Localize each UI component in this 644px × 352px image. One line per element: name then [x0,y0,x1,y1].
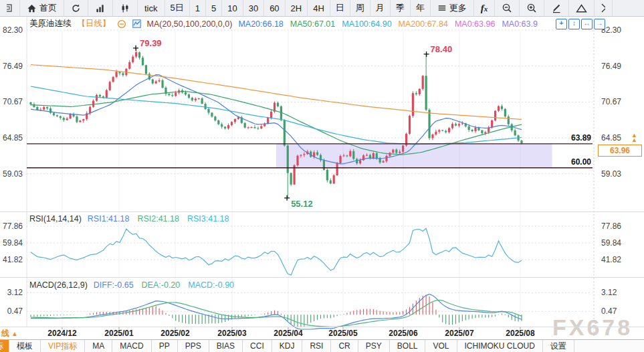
zoom-out-icon [502,3,512,13]
toolbar-button-back[interactable] [0,0,20,16]
period-mini-badge[interactable]: 线 ▲ [1,328,18,339]
zoom-in-icon [526,3,537,13]
x-axis-label: 2025/02 [160,329,189,338]
toolbar-button-day[interactable]: 日 [330,0,350,16]
toolbar-button-home[interactable]: 首页 [20,0,64,16]
toolbar-button-zoom-in[interactable] [520,0,544,16]
rsi-axis-tick: 77.86 [601,222,621,231]
chart-controls: +↕↔→ [556,19,605,29]
tab-ma[interactable]: MA [85,340,112,352]
tab-boll[interactable]: BOLL [390,340,426,352]
tab-partial[interactable]: 标 [0,340,9,352]
toolbar-button-draw[interactable] [544,0,569,16]
y-axis-tick: 76.49 [0,62,23,71]
toolbar-button-label: tick [144,3,158,13]
tab-kdj[interactable]: KDJ [272,340,303,352]
toolbar-button-label: 月 [376,2,385,14]
scale-y-icon[interactable]: ↕ [568,19,580,29]
back-icon [7,3,13,13]
ma-value: MA20:66.18 [238,19,283,29]
indicator-tab-bar: 标模板VIP指标MAMACDPPPPSBIASCCIKDJRSICRPSYBOL… [0,339,644,352]
tab-cci[interactable]: CCI [243,340,272,352]
y-axis-tick: 59.03 [601,169,621,179]
collapse-icon[interactable] [117,19,126,29]
x-axis-label: 2025/06 [389,329,417,338]
toolbar-button-label: 60 [270,3,279,13]
ma-value: MA0:63.96 [455,19,495,29]
tab-ichimoku-cloud[interactable]: ICHIMOKU CLOUD [457,340,543,352]
toolbar-button-label: 首页 [39,2,57,14]
rsi-value: RSI2:41.18 [137,214,179,224]
tab-rsi[interactable]: RSI [302,340,331,352]
toolbar-button-quarter[interactable]: 季 [391,0,411,16]
tab-cr[interactable]: CR [331,340,358,352]
toolbar-button-refresh[interactable] [64,0,88,16]
toolbar-button-2h[interactable]: 2H [286,0,308,16]
toolbar-button-shapes[interactable] [569,0,595,16]
main-chart-canvas[interactable] [0,0,644,352]
toolbar-button-1m[interactable]: 1 [190,0,206,16]
pane-separator [0,327,644,327]
x-axis-label: 2024/12 [47,329,76,338]
toolbar-button-5d[interactable]: 5日 [165,0,190,16]
price-annotation: 79.39 [140,38,162,48]
tab-模板[interactable]: 模板 [9,340,41,352]
tab-设置[interactable]: 设置 [543,340,574,352]
pan-icon[interactable]: + [556,19,567,29]
charting-app: 首页tick5日151030602H4H日周月季年更多fx FX678 美原油连… [0,0,644,352]
ma-value: MA0:63.9 [502,19,538,29]
toolbar-button-30m[interactable]: 30 [243,0,264,16]
triangle-icon [576,3,587,13]
bar-chart-icon [95,3,106,13]
toolbar-button-4h[interactable]: 4H [308,0,330,16]
latest-icon[interactable]: → [594,19,605,29]
toolbar-button-tick[interactable]: tick [138,0,165,16]
tab-bias[interactable]: BIAS [209,340,243,352]
home-icon [27,3,37,13]
toolbar-button-label: 更多 [449,2,467,14]
toolbar-button-chart-type-bar[interactable] [88,0,113,16]
mini-chart-icon[interactable] [132,19,141,28]
scale-x-icon[interactable]: ↔ [581,19,593,29]
toolbar-button-10m[interactable]: 10 [222,0,243,16]
macd-axis-tick: 3.12 [601,288,617,297]
fx-icon: fx [481,3,488,14]
y-axis-tick: 82.30 [0,25,23,35]
toolbar-button-chart-type-candle[interactable] [113,0,138,16]
toolbar-button-formula[interactable]: fx [474,0,496,16]
y-axis-tick: 64.85 [601,133,621,143]
macd-formula: MACD(26,12,9) [29,280,88,290]
y-axis-tick: 76.49 [601,62,621,71]
toolbar-button-month[interactable]: 月 [370,0,391,16]
toolbar-button-label: 周 [356,2,364,14]
tab-pps[interactable]: PPS [178,340,209,352]
pane-separator [0,211,644,212]
x-axis-label: 2025/01 [104,329,133,338]
y-axis-tick: 70.67 [601,97,621,106]
tab-pp[interactable]: PP [152,340,178,352]
y-axis-tick: 64.85 [0,133,23,143]
macd-value: DIFF:-0.65 [94,280,134,290]
toolbar-button-5m[interactable]: 5 [206,0,222,16]
toolbar-button-year[interactable]: 年 [411,0,431,16]
rsi-axis-tick: 41.82 [0,255,23,264]
toolbar-button-label: 5日 [171,2,184,14]
toolbar-button-week[interactable]: 周 [350,0,370,16]
tab-psy[interactable]: PSY [358,340,390,352]
macd-value: MACD:-0.90 [188,280,234,290]
rsi-legend: RSI(14,14,14) RSI1:41.18RSI2:41.18RSI3:4… [29,214,229,224]
toolbar-button-label: 年 [416,2,425,14]
tab-vol[interactable]: VOL [425,340,457,352]
toolbar-button-60m[interactable]: 60 [264,0,285,16]
pane-separator [0,277,644,278]
scroll-up-arrow[interactable]: ▲▲ [631,133,637,143]
toolbar-button-label: 日 [336,2,344,14]
main-legend: 美原油连续 【日线】 MA(20,50,100,200,0,0) MA20:66… [29,18,538,29]
menu-icon [437,3,447,13]
toolbar-button-zoom-out[interactable] [495,0,520,16]
rsi-value: RSI3:41.18 [187,214,229,224]
toolbar-button-more[interactable]: 更多 [431,0,474,16]
tab-macd[interactable]: MACD [112,340,151,352]
tab-vip指标[interactable]: VIP指标 [41,340,85,352]
toolbar-button-flag[interactable] [595,0,613,16]
